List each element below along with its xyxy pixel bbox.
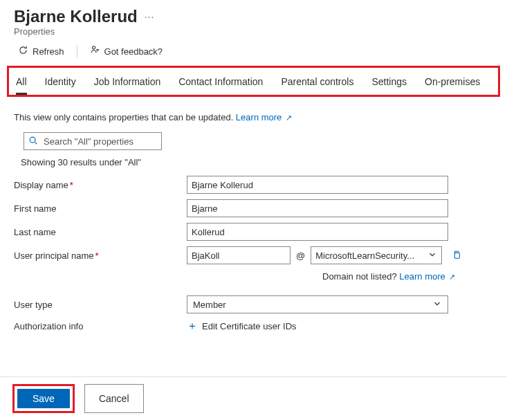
input-last-name[interactable]	[187, 223, 448, 241]
page-subtitle: Properties	[14, 26, 493, 37]
chevron-down-icon	[427, 250, 437, 262]
label-user-type: User type	[14, 300, 187, 310]
select-upn-domain[interactable]: MicrosoftLearnSecurity...	[311, 246, 442, 264]
domain-hint-text: Domain not listed?	[322, 271, 399, 282]
select-user-type[interactable]: Member	[187, 295, 448, 313]
svg-point-0	[92, 46, 95, 49]
upn-domain-value: MicrosoftLearnSecurity...	[315, 250, 414, 261]
learn-more-label: Learn more	[236, 112, 282, 122]
command-bar: Refresh Got feedback?	[0, 39, 507, 66]
toolbar-separator	[77, 45, 77, 57]
more-icon[interactable]: ···	[145, 11, 155, 22]
update-hint-text: This view only contains properties that …	[14, 112, 236, 122]
search-box[interactable]	[24, 132, 162, 150]
page-title: Bjarne Kollerud	[14, 7, 138, 26]
feedback-label: Got feedback?	[104, 46, 163, 57]
row-upn: User principal name* @ MicrosoftLearnSec…	[14, 246, 493, 264]
refresh-icon	[18, 45, 28, 57]
domain-learn-more-label: Learn more	[399, 271, 445, 282]
tabs-highlight: All Identity Job Information Contact Inf…	[7, 66, 500, 97]
row-user-type: User type Member	[14, 295, 493, 313]
update-hint: This view only contains properties that …	[14, 112, 493, 122]
tab-job-information[interactable]: Job Information	[94, 72, 161, 95]
footer: Save Cancel	[0, 376, 507, 420]
external-link-icon: ↗	[449, 273, 455, 281]
row-auth-info: Authorization info ＋ Edit Certificate us…	[14, 319, 493, 334]
user-type-value: Member	[193, 300, 226, 310]
edit-cert-ids-button[interactable]: ＋ Edit Certificate user IDs	[187, 319, 297, 334]
feedback-button[interactable]: Got feedback?	[86, 42, 167, 60]
edit-cert-ids-label: Edit Certificate user IDs	[202, 321, 297, 331]
save-button[interactable]: Save	[17, 389, 70, 408]
input-upn-name[interactable]	[187, 246, 291, 264]
upn-at: @	[296, 250, 305, 261]
tab-contact-information[interactable]: Contact Information	[178, 72, 263, 95]
feedback-icon	[90, 45, 100, 57]
svg-rect-2	[455, 253, 460, 258]
label-last-name: Last name	[14, 227, 187, 237]
label-display-name: Display name*	[14, 180, 187, 190]
label-auth-info: Authorization info	[14, 321, 187, 331]
row-first-name: First name	[14, 199, 493, 217]
cancel-button[interactable]: Cancel	[84, 384, 144, 413]
tab-settings[interactable]: Settings	[371, 72, 407, 95]
row-display-name: Display name*	[14, 176, 493, 194]
chevron-down-icon	[432, 299, 442, 311]
domain-hint: Domain not listed? Learn more ↗	[322, 271, 493, 282]
domain-learn-more-link[interactable]: Learn more ↗	[399, 271, 455, 282]
save-highlight: Save	[12, 384, 75, 413]
search-icon	[28, 136, 38, 147]
learn-more-link[interactable]: Learn more ↗	[236, 112, 292, 122]
tabs: All Identity Job Information Contact Inf…	[10, 69, 497, 95]
tab-identity[interactable]: Identity	[45, 72, 76, 95]
refresh-label: Refresh	[33, 46, 64, 57]
plus-icon: ＋	[187, 319, 198, 334]
label-first-name: First name	[14, 203, 187, 214]
search-input[interactable]	[42, 136, 161, 147]
page-header: Bjarne Kollerud ··· Properties	[0, 0, 507, 39]
form-body: This view only contains properties that …	[0, 104, 507, 334]
input-first-name[interactable]	[187, 199, 448, 217]
tab-parental-controls[interactable]: Parental controls	[281, 72, 353, 95]
copy-icon[interactable]	[452, 250, 461, 262]
results-count: Showing 30 results under "All"	[21, 157, 493, 167]
tab-all[interactable]: All	[16, 72, 27, 95]
row-last-name: Last name	[14, 223, 493, 241]
external-link-icon: ↗	[286, 113, 292, 122]
refresh-button[interactable]: Refresh	[14, 42, 68, 60]
svg-point-1	[30, 137, 35, 143]
label-upn: User principal name*	[14, 250, 187, 261]
input-display-name[interactable]	[187, 176, 448, 194]
tab-on-premises[interactable]: On-premises	[425, 72, 480, 95]
